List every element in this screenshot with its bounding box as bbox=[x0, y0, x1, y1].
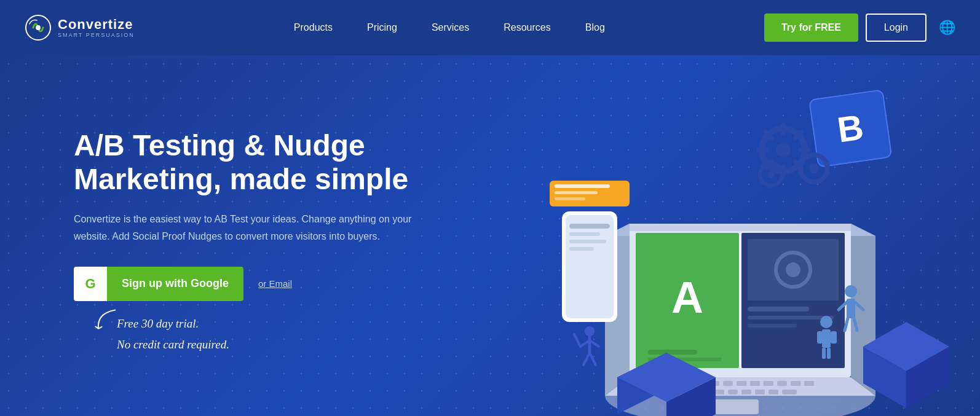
trial-line1: Free 30 day trial. bbox=[117, 317, 199, 330]
google-icon: G bbox=[74, 267, 107, 301]
nav-blog[interactable]: Blog bbox=[568, 0, 622, 55]
svg-rect-57 bbox=[569, 224, 610, 229]
svg-point-76 bbox=[776, 143, 791, 157]
svg-rect-49 bbox=[831, 331, 837, 343]
svg-rect-10 bbox=[723, 381, 733, 386]
svg-line-70 bbox=[590, 353, 596, 365]
svg-rect-12 bbox=[750, 381, 760, 386]
svg-rect-15 bbox=[791, 381, 800, 386]
cta-area: G Sign up with Google or Email bbox=[74, 267, 532, 301]
svg-rect-48 bbox=[817, 331, 823, 343]
nav-actions: Try for FREE Login 🌐 bbox=[764, 14, 955, 42]
svg-rect-22 bbox=[714, 390, 724, 394]
svg-rect-50 bbox=[822, 348, 826, 359]
nav-products[interactable]: Products bbox=[277, 0, 350, 55]
try-free-button[interactable]: Try for FREE bbox=[764, 14, 858, 42]
svg-rect-63 bbox=[555, 191, 598, 194]
signup-google-label: Sign up with Google bbox=[107, 277, 243, 290]
svg-rect-45 bbox=[748, 324, 797, 328]
svg-line-71 bbox=[574, 334, 580, 347]
signup-google-button[interactable]: G Sign up with Google bbox=[74, 267, 243, 301]
svg-point-46 bbox=[820, 316, 832, 328]
svg-line-69 bbox=[583, 353, 590, 365]
navbar: Convertize SMART PERSUASION Products Pri… bbox=[0, 0, 980, 55]
trial-text: Free 30 day trial. No credit card requir… bbox=[117, 313, 532, 355]
svg-rect-16 bbox=[804, 381, 814, 386]
svg-point-86 bbox=[809, 163, 819, 173]
svg-rect-58 bbox=[569, 232, 600, 236]
nav-pricing[interactable]: Pricing bbox=[350, 0, 414, 55]
svg-rect-62 bbox=[555, 184, 610, 188]
svg-rect-13 bbox=[764, 381, 773, 386]
svg-rect-14 bbox=[777, 381, 787, 386]
svg-text:B: B bbox=[835, 106, 866, 149]
svg-rect-44 bbox=[748, 316, 834, 320]
svg-rect-11 bbox=[737, 381, 746, 386]
language-icon[interactable]: 🌐 bbox=[939, 20, 955, 36]
svg-rect-33 bbox=[630, 224, 851, 231]
svg-rect-27 bbox=[782, 390, 797, 394]
svg-rect-23 bbox=[728, 390, 738, 394]
svg-point-89 bbox=[845, 285, 857, 297]
login-button[interactable]: Login bbox=[866, 14, 927, 42]
nav-links: Products Pricing Services Resources Blog bbox=[277, 0, 622, 55]
svg-rect-25 bbox=[755, 390, 765, 394]
svg-line-81 bbox=[766, 133, 771, 138]
svg-rect-60 bbox=[569, 247, 594, 251]
svg-rect-47 bbox=[822, 329, 831, 348]
logo-icon bbox=[25, 14, 52, 41]
nav-resources[interactable]: Resources bbox=[486, 0, 567, 55]
svg-rect-28 bbox=[709, 399, 759, 414]
svg-rect-43 bbox=[748, 307, 809, 312]
trial-line2: No credit card required. bbox=[117, 338, 229, 351]
brand-name: Convertize bbox=[58, 17, 135, 32]
trial-note: Free 30 day trial. No credit card requir… bbox=[80, 313, 532, 355]
svg-rect-59 bbox=[569, 240, 606, 243]
svg-rect-56 bbox=[566, 215, 614, 318]
svg-rect-64 bbox=[555, 197, 585, 200]
hero-content: A/B Testing & Nudge Marketing, made simp… bbox=[74, 128, 532, 355]
logo[interactable]: Convertize SMART PERSUASION bbox=[25, 14, 135, 41]
svg-point-88 bbox=[767, 171, 775, 178]
hero-title: A/B Testing & Nudge Marketing, made simp… bbox=[74, 128, 492, 196]
hero-description: Convertize is the easiest way to AB Test… bbox=[74, 211, 418, 244]
svg-rect-24 bbox=[741, 390, 751, 394]
svg-rect-37 bbox=[648, 350, 697, 355]
hero-section: A/B Testing & Nudge Marketing, made simp… bbox=[0, 55, 980, 416]
hero-illustration: A bbox=[532, 88, 906, 396]
svg-line-83 bbox=[796, 133, 800, 138]
svg-point-42 bbox=[786, 262, 800, 277]
arrow-icon bbox=[90, 306, 125, 336]
nav-services[interactable]: Services bbox=[414, 0, 486, 55]
svg-point-1 bbox=[36, 25, 41, 30]
illustration-svg: A bbox=[494, 76, 955, 417]
signup-email-link[interactable]: or Email bbox=[258, 278, 292, 289]
brand-tagline: SMART PERSUASION bbox=[58, 32, 135, 38]
svg-rect-51 bbox=[827, 348, 831, 359]
logo-text: Convertize SMART PERSUASION bbox=[58, 17, 135, 38]
svg-text:A: A bbox=[671, 273, 703, 322]
svg-rect-26 bbox=[769, 390, 778, 394]
